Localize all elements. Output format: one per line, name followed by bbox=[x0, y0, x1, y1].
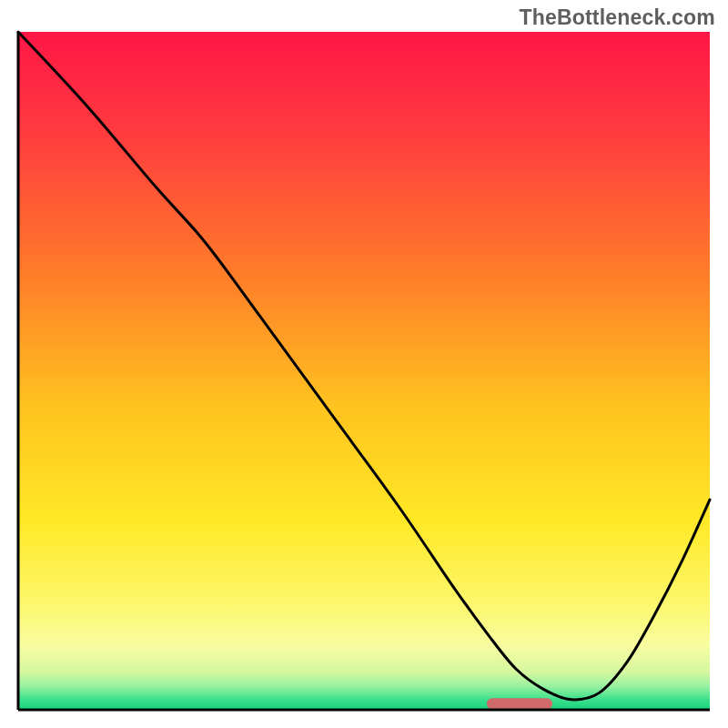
gradient-background bbox=[18, 32, 710, 710]
watermark-label: TheBottleneck.com bbox=[519, 5, 715, 30]
optimal-marker bbox=[487, 698, 552, 709]
bottleneck-chart bbox=[0, 0, 728, 728]
chart-container: TheBottleneck.com bbox=[0, 0, 728, 728]
